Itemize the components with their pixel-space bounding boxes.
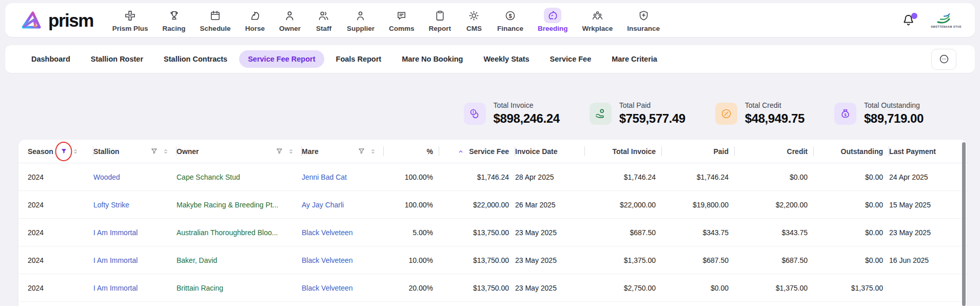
- cell-percent: 10.00%: [384, 246, 439, 274]
- season-filter-icon[interactable]: [60, 147, 68, 155]
- cell-service-fee: $13,750.00: [439, 274, 515, 301]
- horse-icon: [246, 8, 264, 23]
- owner-link[interactable]: Cape Schanck Stud: [177, 173, 240, 181]
- cell-invoice-date: 23 May 2025: [515, 246, 585, 274]
- table-row: 2024 I Am Immortal Baker, David Black Ve…: [18, 246, 967, 274]
- cell-outstanding: $1,375.00: [814, 274, 889, 301]
- table-row: 2024 Lofty Strike Makybe Racing & Breedi…: [18, 191, 967, 219]
- person-icon: [281, 8, 299, 23]
- mare-link[interactable]: Black Velveteen: [302, 228, 353, 237]
- cell-season: 2024: [28, 219, 93, 246]
- col-percent: %: [384, 140, 439, 163]
- cell-invoice-date: 28 Apr 2025: [515, 163, 585, 190]
- nav-item-cms[interactable]: CMS: [460, 7, 488, 33]
- col-mare: Mare: [302, 140, 384, 163]
- nav-item-racing[interactable]: Racing: [157, 7, 191, 33]
- col-paid: Paid: [662, 140, 735, 163]
- mare-filter-icon[interactable]: [358, 147, 365, 155]
- tab-service-fee[interactable]: Service Fee: [541, 50, 600, 68]
- notification-badge: [911, 13, 917, 19]
- nav-item-owner[interactable]: Owner: [273, 7, 306, 33]
- stallion-link[interactable]: Lofty Strike: [93, 201, 129, 209]
- stat-label: Total Outstanding: [864, 101, 924, 109]
- nav-item-horse[interactable]: Horse: [240, 7, 270, 33]
- cell-last-payment: 16 Jun 2025: [889, 246, 957, 274]
- stallion-filter-icon[interactable]: [150, 147, 158, 155]
- tab-weekly-stats[interactable]: Weekly Stats: [475, 50, 538, 68]
- owner-sort-icon[interactable]: [287, 148, 295, 155]
- cell-paid: $1,746.24: [662, 163, 735, 190]
- mare-link[interactable]: Ay Jay Charli: [302, 201, 344, 209]
- tab-mare-no-booking[interactable]: Mare No Booking: [393, 50, 472, 68]
- stallion-link[interactable]: I Am Immortal: [93, 256, 138, 264]
- tab-service-fee-report[interactable]: Service Fee Report: [239, 50, 324, 68]
- stallion-link[interactable]: I Am Immortal: [93, 284, 138, 292]
- stat-total-invoice: Total Invoice $898,246.24: [464, 101, 560, 126]
- top-bar-actions: SWETTENHAM STUD: [901, 12, 962, 28]
- nav-item-staff[interactable]: Staff: [309, 7, 338, 33]
- col-stallion: Stallion: [93, 140, 177, 163]
- cell-percent: 100.00%: [384, 163, 439, 190]
- col-invoice-date: Invoice Date: [515, 140, 585, 163]
- stat-value: $898,246.24: [494, 111, 560, 126]
- nav-item-supplier[interactable]: Supplier: [341, 7, 380, 33]
- cell-credit: $1,375.00: [735, 274, 814, 301]
- cell-paid: $687.50: [662, 246, 735, 274]
- col-service-fee[interactable]: Service Fee: [439, 140, 515, 163]
- svg-text:$: $: [844, 112, 846, 117]
- col-season: Season: [28, 140, 93, 163]
- owner-link[interactable]: Australian Thoroughbred Bloo...: [177, 228, 278, 237]
- cell-service-fee: $22,000.00: [439, 191, 515, 218]
- tab-foals-report[interactable]: Foals Report: [327, 50, 390, 68]
- stallion-link[interactable]: I Am Immortal: [93, 228, 138, 237]
- nav-item-report[interactable]: Report: [423, 7, 457, 33]
- nav-item-wrkplace[interactable]: Wrkplace: [576, 7, 618, 33]
- nav-item-finance[interactable]: $ Finance: [492, 7, 529, 33]
- owner-filter-icon[interactable]: [276, 147, 283, 155]
- prism-logo[interactable]: prism: [18, 9, 93, 31]
- owner-link[interactable]: Makybe Racing & Breeding Pt...: [177, 201, 278, 209]
- nav-item-breeding[interactable]: Breeding: [532, 7, 574, 33]
- more-options-button[interactable]: [931, 49, 956, 70]
- mare-sort-icon[interactable]: [369, 148, 377, 155]
- table-scrollbar[interactable]: [962, 142, 966, 306]
- cell-invoice-date: 23 May 2025: [515, 274, 585, 301]
- mare-link[interactable]: Black Velveteen: [302, 284, 353, 292]
- nav-item-comms[interactable]: Comms: [383, 7, 420, 33]
- owner-link[interactable]: Brittain Racing: [177, 284, 223, 292]
- cell-season: 2024: [28, 163, 93, 190]
- nav-item-insurance[interactable]: Insurance: [621, 7, 665, 33]
- stat-total-paid: Total Paid $759,577.49: [590, 101, 685, 126]
- stallion-sort-icon[interactable]: [162, 148, 169, 155]
- svg-text:$: $: [508, 12, 512, 18]
- notifications-button[interactable]: [901, 13, 915, 27]
- totals-summary: Total Invoice $898,246.24 Total Paid $75…: [464, 101, 924, 126]
- cell-outstanding: $0.00: [814, 246, 889, 274]
- cell-percent: 100.00%: [384, 191, 439, 218]
- stallion-link[interactable]: Wooded: [93, 173, 120, 181]
- org-name: SWETTENHAM STUD: [931, 25, 962, 28]
- brand-name: prism: [48, 11, 93, 29]
- cell-total-invoice: $687.50: [585, 219, 662, 246]
- chat-icon: [393, 8, 410, 23]
- nav-item-schedule[interactable]: Schedule: [194, 7, 237, 33]
- season-sort-icon[interactable]: [72, 148, 79, 155]
- tab-mare-criteria[interactable]: Mare Criteria: [603, 50, 666, 68]
- swettenham-stud-icon: [936, 12, 956, 25]
- org-logo[interactable]: SWETTENHAM STUD: [931, 12, 962, 28]
- nav-item-prism-plus[interactable]: Prism Plus: [107, 7, 154, 33]
- cell-credit: $687.50: [735, 246, 814, 274]
- shield-plus-icon: [635, 8, 652, 23]
- mare-link[interactable]: Black Velveteen: [302, 256, 353, 264]
- tab-stallion-roster[interactable]: Stallion Roster: [82, 50, 152, 68]
- cell-paid: $0.00: [662, 274, 735, 301]
- owner-link[interactable]: Baker, David: [177, 256, 217, 264]
- trophy-icon: [165, 8, 183, 23]
- tab-stallion-contracts[interactable]: Stallion Contracts: [155, 50, 236, 68]
- stat-label: Total Paid: [619, 101, 685, 109]
- mare-link[interactable]: Jenni Bad Cat: [302, 173, 347, 181]
- stat-value: $89,719.00: [864, 111, 924, 126]
- tab-dashboard[interactable]: Dashboard: [23, 50, 79, 68]
- main-nav: Prism Plus Racing Schedule Horse Owner: [107, 7, 665, 33]
- table-row: 2024 I Am Immortal Australian Thoroughbr…: [18, 219, 967, 246]
